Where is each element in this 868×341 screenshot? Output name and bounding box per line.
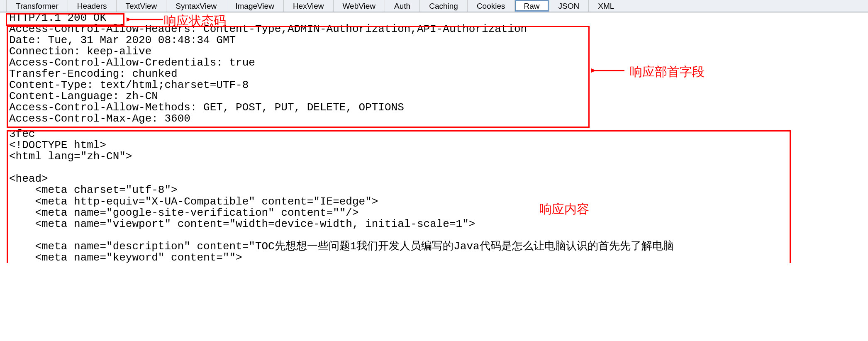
tab-label: JSON xyxy=(558,2,580,11)
tab-label: Caching xyxy=(429,2,458,11)
tab-label: Auth xyxy=(394,2,410,11)
response-tabbar: Transformer Headers TextView SyntaxView … xyxy=(0,0,868,12)
tab-xml[interactable]: XML xyxy=(588,0,623,12)
tab-syntaxview[interactable]: SyntaxView xyxy=(166,0,226,12)
tab-label: Headers xyxy=(77,2,107,11)
tab-label: HexView xyxy=(293,2,324,11)
tab-imageview[interactable]: ImageView xyxy=(226,0,283,12)
tab-webview[interactable]: WebView xyxy=(333,0,385,12)
http-body-block[interactable]: 3fec <!DOCTYPE html> <html lang="zh-CN">… xyxy=(9,129,868,263)
tab-label: TextView xyxy=(126,2,157,11)
raw-response-pane[interactable]: HTTP/1.1 200 OK Access-Control-Allow-Hea… xyxy=(0,12,868,263)
tab-headers[interactable]: Headers xyxy=(68,0,116,12)
tab-cookies[interactable]: Cookies xyxy=(467,0,514,12)
tab-label: ImageView xyxy=(235,2,274,11)
tab-label: Transformer xyxy=(16,2,59,11)
tab-label: XML xyxy=(598,2,614,11)
tab-auth[interactable]: Auth xyxy=(385,0,419,12)
tab-label: SyntaxView xyxy=(176,2,217,11)
tab-hexview[interactable]: HexView xyxy=(283,0,333,12)
http-headers-block[interactable]: Access-Control-Allow-Headers: Content-Ty… xyxy=(9,24,868,124)
http-status-line[interactable]: HTTP/1.1 200 OK xyxy=(9,12,868,24)
tab-label: Raw xyxy=(524,2,540,11)
tab-caching[interactable]: Caching xyxy=(419,0,467,12)
tab-label: Cookies xyxy=(477,2,505,11)
tab-json[interactable]: JSON xyxy=(549,0,589,12)
tab-textview[interactable]: TextView xyxy=(116,0,166,12)
tab-label: WebView xyxy=(343,2,376,11)
tab-transformer[interactable]: Transformer xyxy=(6,0,68,12)
tab-raw[interactable]: Raw xyxy=(514,0,549,12)
